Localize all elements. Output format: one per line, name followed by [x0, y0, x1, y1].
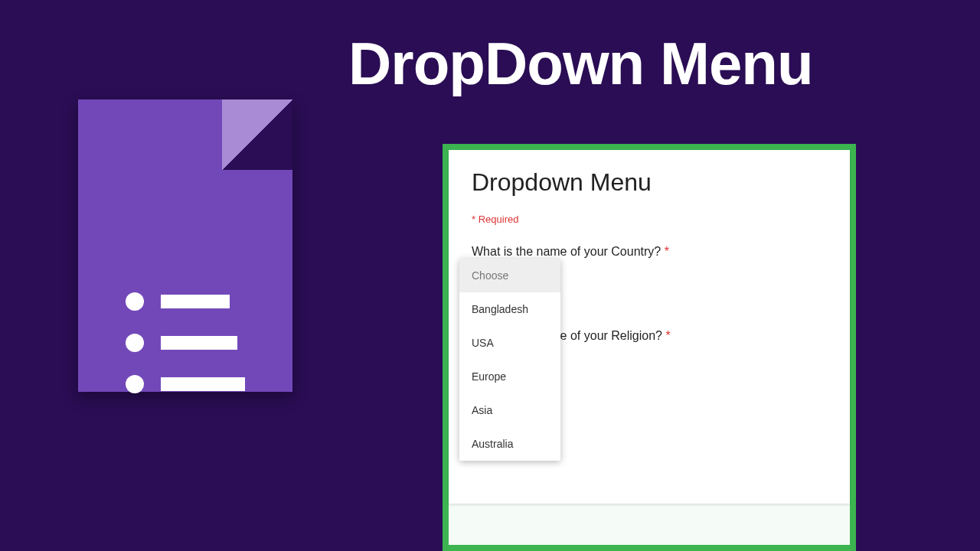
required-star: *	[665, 245, 669, 258]
page-fold-icon	[222, 99, 292, 170]
dropdown-option-choose[interactable]: Choose	[459, 259, 560, 292]
question-country: What is the name of your Country? *	[472, 245, 827, 259]
required-star: *	[665, 329, 670, 342]
dropdown-option[interactable]: Bangladesh	[459, 292, 560, 326]
forms-app-icon	[78, 99, 292, 392]
page-heading: DropDown Menu	[348, 29, 813, 99]
dropdown-option[interactable]: USA	[459, 326, 560, 360]
question-label: What is the name of your Country? *	[472, 245, 827, 259]
dropdown-option[interactable]: Australia	[459, 427, 560, 461]
list-icon	[126, 292, 245, 393]
form-title: Dropdown Menu	[472, 168, 827, 197]
country-dropdown[interactable]: Choose Bangladesh USA Europe Asia Austra…	[459, 259, 560, 461]
required-label: * Required	[472, 214, 827, 225]
dropdown-option[interactable]: Asia	[459, 393, 560, 427]
dropdown-option[interactable]: Europe	[459, 360, 560, 393]
